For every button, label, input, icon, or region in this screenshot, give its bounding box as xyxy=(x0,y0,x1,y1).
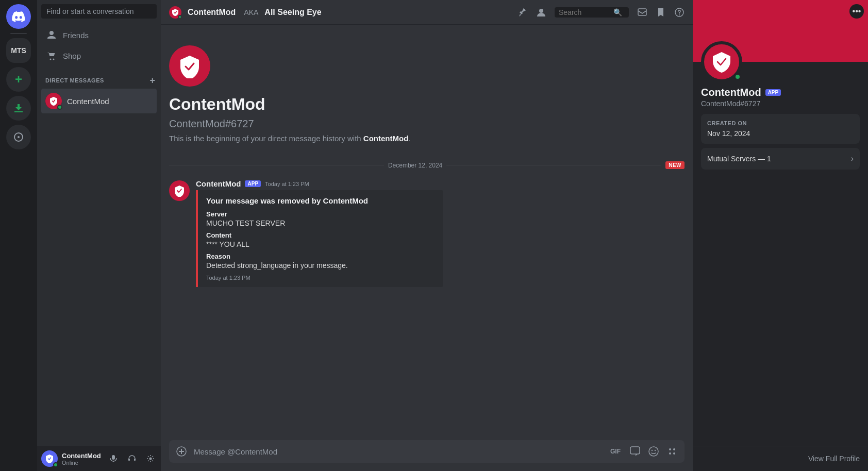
header-search[interactable]: 🔍 xyxy=(555,7,629,18)
chat-area: ContentMod AKA All Seeing Eye 🔍 xyxy=(161,0,693,471)
search-icon: 🔍 xyxy=(613,8,622,16)
view-full-profile-button[interactable]: View Full Profile xyxy=(701,455,860,463)
dm-avatar-contentmod xyxy=(45,93,62,109)
server-rail: MTS + xyxy=(0,0,37,471)
svg-point-23 xyxy=(669,452,671,455)
explore-button[interactable] xyxy=(6,125,31,149)
friends-icon xyxy=(45,29,58,41)
chat-header-online-dot xyxy=(178,15,182,19)
emoji-button[interactable] xyxy=(645,443,662,460)
welcome-avatar xyxy=(169,45,210,87)
svg-rect-17 xyxy=(630,447,640,454)
svg-rect-11 xyxy=(638,9,646,15)
svg-point-2 xyxy=(18,136,20,138)
apps-button[interactable] xyxy=(664,443,680,460)
bottom-online-dot xyxy=(53,462,58,467)
search-input[interactable] xyxy=(559,8,610,16)
help-icon[interactable] xyxy=(674,7,685,18)
server-mts[interactable]: MTS xyxy=(6,38,31,63)
sidebar-bottom: ContentMod Online xyxy=(37,446,161,471)
svg-point-24 xyxy=(673,452,675,455)
add-attachment-button[interactable] xyxy=(173,443,190,460)
embed-footer-timestamp: Today at 1:23 PM xyxy=(206,275,435,281)
profile-panel: ••• ContentMod APP ContentMod#6727 Creat… xyxy=(693,0,868,471)
download-apps-button[interactable] xyxy=(6,96,31,121)
bottom-username: ContentMod xyxy=(62,452,101,460)
add-dm-button[interactable]: + xyxy=(148,76,157,85)
svg-point-9 xyxy=(149,458,152,460)
profile-more-button[interactable]: ••• xyxy=(849,4,864,19)
app-badge-0: APP xyxy=(245,180,261,187)
chat-header: ContentMod AKA All Seeing Eye 🔍 xyxy=(161,0,693,25)
inbox-icon[interactable] xyxy=(637,7,647,18)
server-divider xyxy=(10,33,27,34)
profile-avatar-container xyxy=(701,41,742,82)
welcome-tag: ContentMod#6727 xyxy=(169,118,254,130)
mic-button[interactable] xyxy=(105,450,122,467)
welcome-area: ContentMod ContentMod#6727 This is the b… xyxy=(169,25,685,153)
embed-title-0: Your message was removed by ContentMod xyxy=(206,196,435,205)
embed-field-content-name: Content xyxy=(206,231,435,239)
profile-icon[interactable] xyxy=(536,7,546,18)
dm-item-contentmod[interactable]: ContentMod xyxy=(41,89,157,113)
svg-rect-8 xyxy=(134,459,136,461)
input-right-icons: GIF xyxy=(606,443,680,460)
bookmark-icon[interactable] xyxy=(656,7,666,18)
svg-rect-7 xyxy=(128,459,130,461)
gif-button[interactable]: GIF xyxy=(606,443,625,460)
created-on-label: Created On xyxy=(707,120,854,126)
chat-input-area: GIF xyxy=(161,440,693,471)
profile-info: ContentMod APP ContentMod#6727 Created O… xyxy=(693,82,868,182)
chat-input-wrapper: GIF xyxy=(169,440,685,463)
settings-button[interactable] xyxy=(142,450,159,467)
date-divider: December 12, 2024 NEW xyxy=(169,161,685,169)
friends-nav-item[interactable]: Friends xyxy=(41,25,157,45)
embed-field-server-value: MUCHO TEST SERVER xyxy=(206,219,435,227)
dm-list: ContentMod xyxy=(37,87,161,446)
svg-rect-5 xyxy=(112,455,115,460)
message-input[interactable] xyxy=(194,442,602,461)
chat-header-display: All Seeing Eye xyxy=(264,8,321,17)
shop-nav-item[interactable]: Shop xyxy=(41,45,157,66)
bottom-status: Online xyxy=(62,460,101,466)
dm-name-contentmod: ContentMod xyxy=(67,97,109,106)
svg-point-10 xyxy=(539,9,543,13)
bottom-avatar xyxy=(41,450,58,467)
date-divider-text: December 12, 2024 xyxy=(388,162,442,169)
sticker-button[interactable] xyxy=(627,443,643,460)
message-avatar-0 xyxy=(169,180,190,201)
pin-icon[interactable] xyxy=(518,7,528,18)
chat-header-right: 🔍 xyxy=(518,7,685,18)
shop-label: Shop xyxy=(63,52,81,60)
welcome-desc: This is the beginning of your direct mes… xyxy=(169,134,411,143)
online-indicator xyxy=(57,105,62,110)
dm-nav: Friends Shop xyxy=(37,23,161,68)
message-header-0: ContentMod APP Today at 1:23 PM xyxy=(196,179,685,188)
created-on-value: Nov 12, 2024 xyxy=(707,129,854,138)
svg-point-13 xyxy=(679,14,680,15)
embed-field-reason-value: Detected strong_language in your message… xyxy=(206,261,435,270)
dm-search[interactable]: Find or start a conversation xyxy=(41,4,157,19)
profile-name-row: ContentMod APP xyxy=(701,87,860,98)
add-server-button[interactable]: + xyxy=(6,67,31,92)
svg-point-22 xyxy=(673,448,675,450)
bottom-controls xyxy=(105,450,159,467)
embed-field-server-name: Server xyxy=(206,210,435,218)
bottom-user-info: ContentMod Online xyxy=(62,452,101,466)
date-divider-line-left xyxy=(169,165,384,165)
mutual-servers-section[interactable]: Mutual Servers — 1 › xyxy=(701,148,860,170)
headset-button[interactable] xyxy=(124,450,140,467)
profile-footer: View Full Profile xyxy=(693,446,868,471)
discord-home-button[interactable] xyxy=(6,4,31,29)
date-divider-line-right xyxy=(446,165,661,165)
embed-field-server: Server MUCHO TEST SERVER xyxy=(206,210,435,227)
svg-point-20 xyxy=(655,450,656,451)
direct-messages-label: DIRECT MESSAGES xyxy=(45,77,104,83)
chat-header-name: ContentMod xyxy=(188,8,236,17)
mutual-servers-label: Mutual Servers — 1 xyxy=(707,155,771,163)
message-embed-0: Your message was removed by ContentMod S… xyxy=(196,190,443,287)
message-content-0: ContentMod APP Today at 1:23 PM Your mes… xyxy=(196,179,685,287)
svg-rect-0 xyxy=(14,111,23,112)
profile-name: ContentMod xyxy=(701,87,761,98)
svg-point-18 xyxy=(649,447,658,456)
